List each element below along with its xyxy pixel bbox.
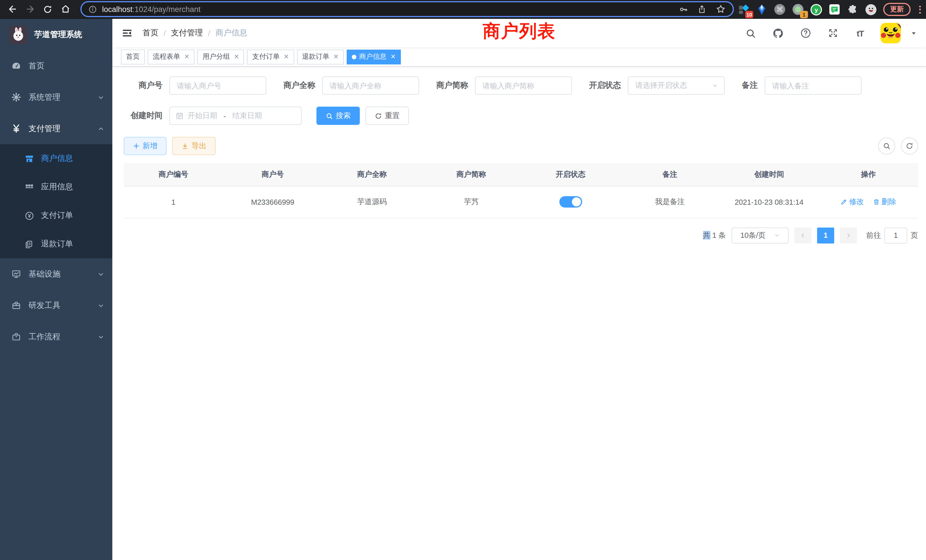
caret-down-icon[interactable] bbox=[911, 30, 917, 36]
page-1-button[interactable]: 1 bbox=[817, 227, 834, 243]
export-button[interactable]: 导出 bbox=[172, 137, 216, 155]
refund-doc-icon bbox=[24, 239, 34, 249]
store-icon bbox=[24, 154, 34, 163]
page-size-select[interactable]: 10条/页 bbox=[732, 227, 788, 243]
edit-link[interactable]: 修改 bbox=[840, 197, 864, 207]
status-toggle[interactable] bbox=[559, 196, 582, 207]
start-date-placeholder[interactable]: 开始日期 bbox=[188, 110, 217, 121]
reload-icon[interactable] bbox=[39, 0, 56, 18]
bookmark-star-icon[interactable] bbox=[716, 4, 726, 14]
refresh-table-button[interactable] bbox=[901, 138, 918, 154]
command-extension-icon[interactable]: ⌘ bbox=[774, 3, 786, 15]
help-icon[interactable] bbox=[796, 24, 815, 42]
prev-page-button[interactable] bbox=[794, 227, 811, 243]
col-merchant-id: 商户编号 bbox=[124, 163, 223, 186]
filter-row-2: 创建时间 开始日期 - 结束日期 搜索 重置 bbox=[124, 107, 918, 125]
yen-icon bbox=[11, 124, 21, 133]
sidebar-item-devtools[interactable]: 研发工具 bbox=[0, 290, 112, 321]
user-avatar[interactable] bbox=[881, 23, 901, 43]
app-logo-row[interactable]: 芋道管理系统 bbox=[0, 19, 112, 50]
gem-extension-icon[interactable] bbox=[755, 3, 767, 15]
close-icon[interactable]: ✕ bbox=[333, 53, 338, 61]
tag-pay-order[interactable]: 支付订单✕ bbox=[247, 49, 294, 64]
search-icon bbox=[325, 112, 333, 120]
breadcrumb-pay[interactable]: 支付管理 bbox=[171, 28, 203, 38]
goto-label: 前往 bbox=[866, 230, 881, 241]
font-size-icon[interactable]: tT bbox=[851, 24, 870, 42]
sidebar-item-label: 商户信息 bbox=[41, 153, 73, 163]
goto-page-input[interactable] bbox=[884, 227, 907, 243]
sidebar-item-refund-order[interactable]: 退款订单 bbox=[0, 230, 112, 258]
merchant-no-input[interactable] bbox=[169, 76, 266, 95]
gear-icon bbox=[11, 92, 21, 102]
sidebar-item-infra[interactable]: 基础设施 bbox=[0, 258, 112, 290]
page-content: 商户号 商户全称 商户简称 开启状态 请选择开启状态 bbox=[112, 67, 926, 560]
end-date-placeholder[interactable]: 结束日期 bbox=[232, 110, 262, 121]
key-icon[interactable] bbox=[679, 4, 688, 14]
chat-extension-icon[interactable] bbox=[829, 3, 840, 15]
filter-row-1: 商户号 商户全称 商户简称 开启状态 请选择开启状态 bbox=[124, 76, 918, 95]
col-remark: 备注 bbox=[620, 163, 719, 186]
back-icon[interactable] bbox=[3, 0, 21, 18]
profile-avatar-icon[interactable] bbox=[865, 3, 877, 15]
tag-process-form[interactable]: 流程表单✕ bbox=[148, 49, 194, 64]
close-icon[interactable]: ✕ bbox=[284, 53, 289, 61]
filter-label: 创建时间 bbox=[124, 110, 162, 121]
close-icon[interactable]: ✕ bbox=[184, 53, 189, 61]
sidebar-item-merchant-info[interactable]: 商户信息 bbox=[0, 144, 112, 173]
sidebar-item-workflow[interactable]: 工作流程 bbox=[0, 321, 112, 353]
sidebar-item-pay[interactable]: 支付管理 bbox=[0, 113, 112, 144]
search-button[interactable]: 搜索 bbox=[316, 107, 360, 125]
calendar-icon bbox=[176, 112, 184, 120]
short-name-input[interactable] bbox=[475, 76, 572, 95]
add-button[interactable]: 新增 bbox=[124, 137, 166, 155]
sidebar-item-system[interactable]: 系统管理 bbox=[0, 82, 112, 113]
breadcrumb-home[interactable]: 首页 bbox=[142, 28, 159, 38]
extension-badge: 1 bbox=[800, 11, 808, 18]
address-bar[interactable]: localhost:1024/pay/merchant bbox=[80, 1, 734, 17]
col-full-name: 商户全称 bbox=[322, 163, 422, 186]
sidebar-item-app-info[interactable]: 应用信息 bbox=[0, 173, 112, 201]
tag-refund-order[interactable]: 退款订单✕ bbox=[297, 49, 343, 64]
next-page-button[interactable] bbox=[840, 227, 857, 243]
tasks-extension-icon[interactable]: 10 bbox=[737, 3, 749, 15]
sidebar-item-label: 首页 bbox=[29, 61, 44, 71]
forward-icon[interactable] bbox=[21, 0, 39, 18]
sidebar-item-pay-order[interactable]: 支付订单 bbox=[0, 201, 112, 230]
status-select[interactable]: 请选择开启状态 bbox=[628, 76, 725, 95]
y-extension-icon[interactable]: y bbox=[810, 3, 822, 15]
sidebar-item-home[interactable]: 首页 bbox=[0, 50, 112, 82]
url-text[interactable]: localhost:1024/pay/merchant bbox=[102, 5, 200, 14]
fullscreen-icon[interactable] bbox=[823, 24, 842, 42]
tag-user-group[interactable]: 用户分组✕ bbox=[197, 49, 244, 64]
tag-home[interactable]: 首页 bbox=[121, 49, 145, 64]
create-time-range-picker[interactable]: 开始日期 - 结束日期 bbox=[169, 107, 302, 125]
browser-menu-icon[interactable] bbox=[917, 5, 923, 14]
reset-button[interactable]: 重置 bbox=[366, 107, 409, 125]
browser-update-button[interactable]: 更新 bbox=[883, 3, 911, 16]
main-area: 首页 / 支付管理 / 商户信息 商户列表 bbox=[112, 19, 926, 560]
toggle-search-button[interactable] bbox=[878, 138, 895, 154]
extensions-puzzle-icon[interactable] bbox=[847, 3, 859, 15]
tag-merchant-info[interactable]: 商户信息✕ bbox=[346, 49, 401, 64]
full-name-input[interactable] bbox=[322, 76, 419, 95]
delete-link[interactable]: 删除 bbox=[873, 197, 896, 207]
share-icon[interactable] bbox=[698, 5, 707, 14]
sidebar-item-label: 基础设施 bbox=[29, 269, 61, 279]
pagination-total: 共 1 条 bbox=[703, 230, 726, 241]
pay-order-icon bbox=[24, 211, 34, 220]
search-icon[interactable] bbox=[741, 24, 760, 42]
home-icon[interactable] bbox=[56, 0, 74, 18]
recorder-extension-icon[interactable]: 1 bbox=[792, 3, 804, 15]
remark-input[interactable] bbox=[765, 76, 862, 95]
toolbox-icon bbox=[11, 301, 21, 310]
filter-remark: 备注 bbox=[742, 76, 862, 95]
site-info-icon[interactable] bbox=[88, 5, 97, 14]
close-icon[interactable]: ✕ bbox=[234, 53, 239, 61]
col-create-time: 创建时间 bbox=[720, 163, 819, 186]
sidebar-fold-icon[interactable] bbox=[121, 27, 133, 39]
chevron-down-icon bbox=[97, 302, 104, 309]
breadcrumb: 首页 / 支付管理 / 商户信息 bbox=[142, 28, 247, 38]
github-icon[interactable] bbox=[769, 24, 787, 42]
close-icon[interactable]: ✕ bbox=[390, 53, 396, 61]
